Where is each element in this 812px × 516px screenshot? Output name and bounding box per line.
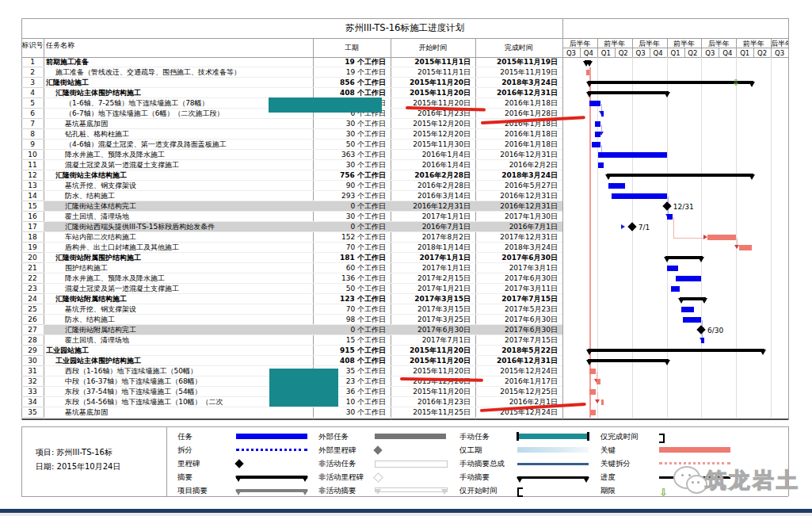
task-start-cell[interactable]: 2015年11月30日 xyxy=(391,140,471,150)
timescale-halfyear-label[interactable]: 后半年 xyxy=(562,39,597,48)
task-id-cell[interactable]: 29 xyxy=(21,346,44,356)
task-id-cell[interactable]: 12 xyxy=(21,170,44,181)
task-finish-cell[interactable]: 2016年12月31日 xyxy=(475,191,558,201)
task-id-cell[interactable]: 7 xyxy=(21,119,44,129)
task-start-cell[interactable]: 2015年11月20日 xyxy=(391,356,471,366)
task-name-cell[interactable]: 盾构井、出土口封堵施工及其他施工 xyxy=(44,243,313,253)
summary-bar[interactable] xyxy=(665,256,703,259)
task-bar[interactable] xyxy=(701,338,703,343)
critical-task-bar[interactable] xyxy=(586,70,589,75)
task-finish-cell[interactable]: 2017年7月15日 xyxy=(475,294,558,304)
timescale-quarter-label[interactable]: Q3 xyxy=(632,48,650,57)
task-duration-cell[interactable]: 408 个工作日 xyxy=(313,356,386,366)
task-duration-cell[interactable]: 293 个工作日 xyxy=(313,191,386,201)
task-duration-cell[interactable]: 90 个工作日 xyxy=(313,181,386,191)
task-id-cell[interactable]: 30 xyxy=(21,356,44,366)
task-start-cell[interactable]: 2015年11月20日 xyxy=(391,78,471,88)
task-duration-cell[interactable]: 98 个工作日 xyxy=(313,315,386,325)
task-bar[interactable] xyxy=(608,183,625,189)
task-id-cell[interactable]: 31 xyxy=(21,366,44,376)
task-finish-cell[interactable]: 2016年1月17日 xyxy=(475,376,558,387)
task-duration-cell[interactable]: 70 个工作日 xyxy=(313,243,386,253)
task-bar[interactable] xyxy=(592,142,601,147)
task-id-cell[interactable]: 1 xyxy=(21,57,44,67)
task-duration-cell[interactable]: 15 个工作日 xyxy=(313,335,386,346)
task-start-cell[interactable]: 2017年2月15日 xyxy=(391,273,471,284)
task-name-cell[interactable]: 基坑开挖、钢支撑架设 xyxy=(44,181,313,191)
task-name-cell[interactable]: 汇隆街站附属围护结构施工 xyxy=(44,253,313,263)
task-finish-cell[interactable]: 2017年1月30日 xyxy=(475,212,558,222)
task-start-cell[interactable]: 2015年11月20日 xyxy=(391,387,471,397)
task-bar[interactable] xyxy=(612,193,667,199)
task-id-cell[interactable]: 25 xyxy=(21,304,44,315)
task-duration-cell[interactable]: 152 个工作日 xyxy=(313,232,386,243)
task-duration-cell[interactable]: 0 个工作日 xyxy=(313,201,386,212)
task-name-cell[interactable]: 基坑开挖、钢支撑架设 xyxy=(44,304,313,315)
task-duration-cell[interactable]: 50 个工作日 xyxy=(313,284,386,294)
task-duration-cell[interactable]: 60 个工作日 xyxy=(313,263,386,273)
task-id-cell[interactable]: 6 xyxy=(21,109,44,119)
task-name-cell[interactable]: 前期施工准备 xyxy=(44,57,313,67)
task-id-cell[interactable]: 15 xyxy=(21,201,44,212)
task-bar[interactable] xyxy=(589,101,600,106)
task-finish-cell[interactable]: 2017年12月31日 xyxy=(475,232,558,243)
task-id-cell[interactable]: 16 xyxy=(21,212,44,222)
task-name-cell[interactable]: （4-6轴）混凝土冠梁、第一道支撑及路面盖板施工 xyxy=(44,140,313,150)
task-finish-cell[interactable]: 2016年2月2日 xyxy=(475,160,558,170)
timescale-quarter-label[interactable]: Q4 xyxy=(650,48,667,57)
timescale-halfyear-label[interactable]: 前半年 xyxy=(667,39,702,48)
task-finish-cell[interactable]: 2015年12月24日 xyxy=(475,366,558,376)
task-id-cell[interactable]: 10 xyxy=(21,150,44,160)
task-id-cell[interactable]: 5 xyxy=(21,98,44,109)
task-name-cell[interactable]: 工业园站主体围护结构施工 xyxy=(44,356,313,366)
task-duration-cell[interactable]: 30 个工作日 xyxy=(313,129,386,140)
task-id-cell[interactable]: 27 xyxy=(21,325,44,335)
task-start-cell[interactable]: 2016年1月4日 xyxy=(391,150,471,160)
task-id-cell[interactable]: 34 xyxy=(21,397,44,407)
critical-task-bar[interactable] xyxy=(601,399,604,405)
task-start-cell[interactable]: 2015年11月1日 xyxy=(391,57,471,67)
task-id-cell[interactable]: 18 xyxy=(21,232,44,243)
task-bar[interactable] xyxy=(667,214,673,220)
task-name-cell[interactable]: 围护结构施工 xyxy=(44,263,313,273)
task-finish-cell[interactable]: 2015年11月19日 xyxy=(475,67,558,78)
task-name-cell[interactable]: 汇隆街站主体结构施工 xyxy=(44,170,313,181)
task-name-cell[interactable]: 汇隆街站主体结构完工 xyxy=(44,201,313,212)
task-name-cell[interactable]: 汇隆街站施工 xyxy=(44,78,313,88)
task-start-cell[interactable]: 2017年7月1日 xyxy=(391,335,471,346)
task-finish-cell[interactable]: 2016年1月18日 xyxy=(475,129,558,140)
column-header-finish[interactable]: 完成时间 xyxy=(475,43,562,52)
task-finish-cell[interactable]: 2017年6月30日 xyxy=(475,273,558,284)
task-finish-cell[interactable]: 2016年12月31日 xyxy=(475,201,558,212)
summary-bar[interactable] xyxy=(588,91,669,94)
task-start-cell[interactable]: 2017年6月30日 xyxy=(391,325,471,335)
timescale-halfyear-label[interactable]: 后半年 xyxy=(701,39,736,48)
critical-task-bar[interactable] xyxy=(597,379,600,384)
timescale-quarter-label[interactable]: Q2 xyxy=(684,48,701,57)
task-name-cell[interactable]: 汇隆街站附属结构施工 xyxy=(44,294,313,304)
task-finish-cell[interactable]: 2018年5月22日 xyxy=(475,346,558,356)
task-duration-cell[interactable]: 19 个工作日 xyxy=(313,57,386,67)
task-bar[interactable] xyxy=(676,276,701,281)
task-name-cell[interactable]: 降水井施工、预降水及降水施工 xyxy=(44,273,313,284)
task-bar[interactable] xyxy=(598,162,604,168)
column-header-name[interactable]: 任务名称 xyxy=(46,40,284,50)
task-start-cell[interactable]: 2015年11月20日 xyxy=(391,88,471,98)
task-bar[interactable] xyxy=(601,111,604,117)
task-start-cell[interactable]: 2015年11月20日 xyxy=(391,366,471,376)
task-finish-cell[interactable]: 2016年12月31日 xyxy=(475,88,558,98)
column-header-id[interactable]: 标识号 xyxy=(21,40,44,50)
task-finish-cell[interactable]: 2016年1月18日 xyxy=(475,140,558,150)
task-duration-cell[interactable]: 70 个工作日 xyxy=(313,304,386,315)
task-start-cell[interactable]: 2016年12月31日 xyxy=(391,201,471,212)
timescale-halfyear-label[interactable]: 后半年 xyxy=(771,39,788,48)
task-finish-cell[interactable]: 2017年6月30日 xyxy=(475,253,558,263)
task-finish-cell[interactable]: 2017年5月23日 xyxy=(475,304,558,315)
task-finish-cell[interactable]: 2017年7月15日 xyxy=(475,335,558,346)
task-finish-cell[interactable]: 2017年3月11日 xyxy=(475,284,558,294)
task-name-cell[interactable]: 降水井施工、预降水及降水施工 xyxy=(44,150,313,160)
task-start-cell[interactable]: 2016年2月28日 xyxy=(391,181,471,191)
task-id-cell[interactable]: 2 xyxy=(21,67,44,78)
task-id-cell[interactable]: 14 xyxy=(21,191,44,201)
task-id-cell[interactable]: 20 xyxy=(21,253,44,263)
